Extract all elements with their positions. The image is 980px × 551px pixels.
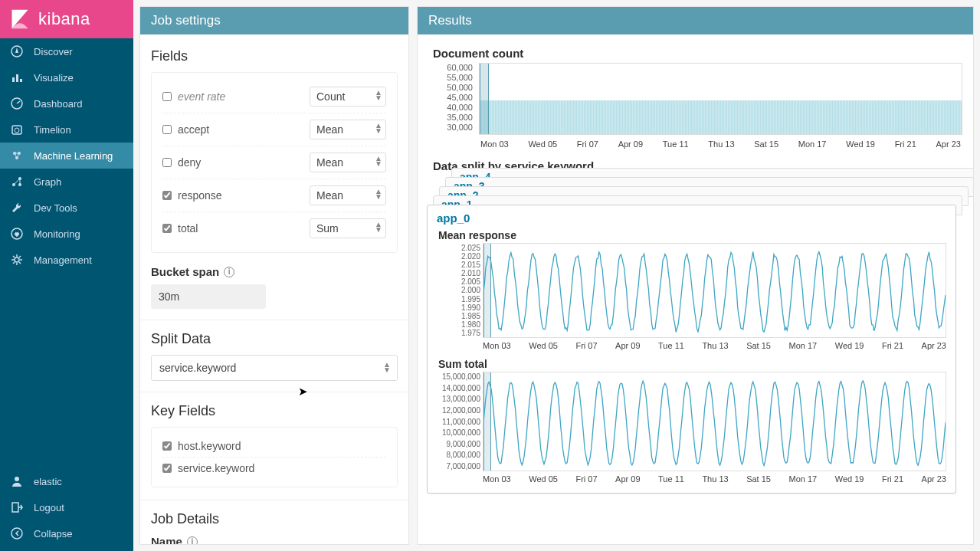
nav-label: Discover — [34, 46, 73, 57]
sidebar-item-logout[interactable]: Logout — [0, 494, 133, 520]
bucket-span-input[interactable] — [151, 284, 266, 309]
results-header: Results — [418, 7, 973, 34]
nav-label: Dashboard — [34, 98, 83, 110]
job-name-label: Name i — [151, 535, 398, 544]
svg-point-23 — [15, 477, 19, 481]
nav-label: Machine Learning — [34, 150, 113, 162]
time-selection-brush[interactable] — [480, 64, 489, 134]
svg-line-7 — [17, 101, 20, 103]
nav-label: Graph — [34, 176, 61, 188]
info-icon[interactable]: i — [187, 536, 198, 545]
sidebar-item-dashboard[interactable]: Dashboard — [0, 90, 133, 116]
svg-rect-5 — [20, 79, 22, 82]
split-card-stack: app_4 app_3 app_2 app_1 app_0 Mean respo… — [433, 177, 962, 530]
kibana-logo-icon — [9, 8, 31, 30]
compass-icon — [11, 45, 23, 57]
sidebar-item-elastic[interactable]: elastic — [0, 468, 133, 494]
key-field-checkbox[interactable] — [162, 464, 172, 473]
logo-bar[interactable]: kibana — [0, 0, 133, 38]
field-name: accept — [178, 123, 209, 136]
field-checkbox[interactable] — [162, 224, 172, 233]
field-checkbox[interactable] — [162, 191, 172, 200]
svg-point-9 — [15, 128, 19, 133]
job-settings-panel: Job settings Fields event rateCount▲▼acc… — [139, 6, 409, 545]
sum-total-chart[interactable]: 15,000,00014,000,00013,000,00012,000,000… — [483, 372, 946, 471]
bucket-span-label: Bucket span i — [151, 265, 398, 278]
field-row: acceptMean▲▼ — [162, 113, 386, 146]
mean-response-chart[interactable]: 2.0252.0202.0152.0102.0052.0001.9951.990… — [483, 243, 946, 338]
graph-icon — [11, 175, 23, 188]
aggregation-select[interactable]: Mean▲▼ — [310, 153, 386, 172]
key-field-row: service.keyword — [162, 458, 386, 479]
split-data-title: Split Data — [151, 331, 398, 347]
sidebar-item-machine-learning[interactable]: Machine Learning — [0, 143, 133, 169]
nav-label: Monitoring — [34, 228, 80, 240]
aggregation-select[interactable]: Sum▲▼ — [310, 218, 386, 238]
fields-block: event rateCount▲▼acceptMean▲▼denyMean▲▼r… — [151, 72, 398, 253]
key-field-name: service.keyword — [178, 462, 254, 474]
sidebar-item-management[interactable]: Management — [0, 247, 133, 273]
sidebar-item-visualize[interactable]: Visualize — [0, 64, 133, 90]
key-fields-title: Key Fields — [151, 403, 398, 419]
bar-icon — [11, 71, 23, 84]
aggregation-select[interactable]: Mean▲▼ — [310, 120, 386, 139]
sidebar-item-monitoring[interactable]: Monitoring — [0, 221, 133, 247]
fields-title: Fields — [151, 48, 398, 64]
sidebar-item-graph[interactable]: Graph — [0, 169, 133, 195]
key-field-row: host.keyword — [162, 435, 386, 458]
wrench-icon — [11, 202, 23, 214]
field-row: event rateCount▲▼ — [162, 80, 386, 113]
nav-label: Collapse — [34, 528, 73, 540]
sidebar-item-timelion[interactable]: Timelion — [0, 116, 133, 143]
clock-icon — [11, 123, 23, 136]
svg-rect-24 — [12, 503, 18, 512]
field-row: totalSum▲▼ — [162, 212, 386, 244]
document-count-chart[interactable]: 60,00055,00050,00045,00040,00035,00030,0… — [428, 63, 962, 149]
gauge-icon — [11, 97, 23, 110]
field-name: event rate — [178, 90, 225, 103]
mean-response-title: Mean response — [438, 229, 946, 241]
exit-icon — [11, 501, 23, 513]
nav-label: Logout — [34, 502, 64, 513]
svg-point-22 — [15, 257, 19, 262]
split-data-select[interactable]: service.keyword ▲▼ — [151, 355, 398, 381]
svg-rect-3 — [12, 77, 15, 82]
field-name: response — [178, 189, 222, 202]
nav: DiscoverVisualizeDashboardTimelionMachin… — [0, 38, 133, 468]
brand-text: kibana — [38, 9, 90, 29]
key-field-checkbox[interactable] — [162, 441, 172, 451]
results-panel: Results Document count 60,00055,00050,00… — [417, 6, 974, 545]
svg-marker-2 — [15, 48, 18, 53]
sidebar: kibana DiscoverVisualizeDashboardTimelio… — [0, 0, 133, 551]
user-icon — [11, 475, 23, 487]
field-name: total — [178, 222, 198, 235]
info-icon[interactable]: i — [224, 267, 234, 277]
front-card-title[interactable]: app_0 — [437, 212, 946, 225]
key-field-name: host.keyword — [178, 440, 241, 452]
key-fields-block: host.keywordservice.keyword — [151, 427, 398, 487]
field-row: responseMean▲▼ — [162, 179, 386, 212]
field-checkbox[interactable] — [162, 125, 172, 134]
gear-icon — [11, 254, 23, 266]
field-checkbox[interactable] — [162, 158, 172, 167]
field-row: denyMean▲▼ — [162, 146, 386, 179]
sidebar-item-collapse[interactable]: Collapse — [0, 520, 133, 546]
field-checkbox[interactable] — [162, 92, 172, 101]
ml-icon — [11, 149, 23, 162]
aggregation-select[interactable]: Mean▲▼ — [310, 185, 386, 205]
aggregation-select[interactable]: Count▲▼ — [310, 87, 386, 107]
nav-label: Management — [34, 254, 92, 266]
nav-label: Visualize — [34, 72, 74, 84]
collapse-icon — [11, 527, 23, 540]
nav-label: Dev Tools — [34, 202, 77, 214]
nav-label: elastic — [34, 476, 62, 487]
sidebar-item-discover[interactable]: Discover — [0, 38, 133, 64]
front-card: app_0 Mean response 2.0252.0202.0152.010… — [427, 205, 956, 494]
nav-label: Timelion — [34, 124, 71, 136]
document-count-title: Document count — [433, 47, 962, 60]
nav-bottom: elasticLogoutCollapse — [0, 468, 133, 551]
heart-icon — [11, 228, 23, 240]
sidebar-item-dev-tools[interactable]: Dev Tools — [0, 195, 133, 221]
field-name: deny — [178, 156, 201, 169]
svg-rect-4 — [16, 74, 18, 82]
